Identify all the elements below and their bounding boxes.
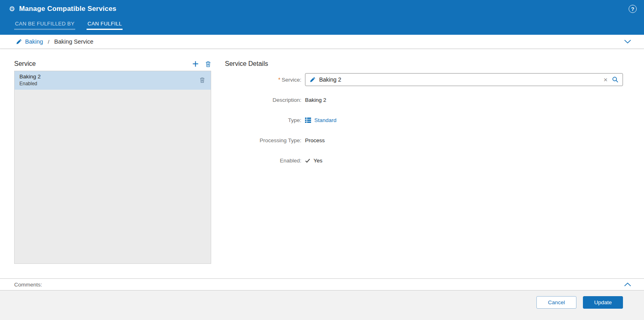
footer-bar: Cancel Update (0, 291, 644, 320)
type-label: Type: (225, 117, 305, 123)
type-value: Standard (305, 117, 337, 123)
main-content: Service + Baking 2 (0, 49, 644, 278)
list-item-baking-2[interactable]: Baking 2 Enabled (15, 71, 211, 90)
required-marker: * (278, 76, 280, 83)
description-label: Description: (225, 97, 305, 103)
breadcrumb-separator: / (46, 39, 51, 45)
type-row: Type: Standard (225, 114, 623, 126)
service-panel-title: Service (14, 60, 36, 67)
help-icon[interactable]: ? (629, 5, 637, 13)
list-item-status: Enabled (19, 81, 41, 86)
chevron-down-icon[interactable] (624, 40, 631, 44)
service-list: Baking 2 Enabled (14, 71, 211, 264)
update-button[interactable]: Update (583, 296, 623, 309)
breadcrumb: Baking / Baking Service (0, 35, 644, 49)
description-value: Baking 2 (305, 97, 326, 103)
description-row: Description: Baking 2 (225, 93, 623, 106)
top-header: ⚙ Manage Compatible Services ? CAN BE FU… (0, 0, 644, 35)
cancel-button[interactable]: Cancel (536, 296, 576, 309)
processing-type-label: Processing Type: (225, 137, 305, 143)
service-field-row: *Service: × (225, 73, 623, 86)
list-item-name: Baking 2 (19, 74, 41, 80)
type-link[interactable]: Standard (314, 117, 337, 123)
title-row: ⚙ Manage Compatible Services ? (9, 0, 644, 18)
breadcrumb-link-baking[interactable]: Baking (25, 38, 43, 45)
enabled-value: Yes (305, 158, 322, 164)
check-icon (305, 158, 310, 163)
service-panel-header: Service + (14, 57, 211, 71)
service-list-panel: Service + Baking 2 (14, 57, 211, 278)
breadcrumb-current: Baking Service (54, 38, 93, 45)
pencil-icon (310, 77, 316, 82)
add-service-icon[interactable]: + (192, 59, 199, 69)
clear-icon[interactable]: × (603, 76, 608, 83)
comments-label: Comments: (14, 282, 42, 288)
processing-type-value: Process (305, 137, 325, 143)
header-tabs: CAN BE FULFILLED BY CAN FULFILL (14, 18, 644, 35)
processing-type-row: Processing Type: Process (225, 134, 623, 147)
page-title: Manage Compatible Services (19, 5, 116, 13)
delete-service-icon[interactable] (205, 61, 211, 67)
service-input[interactable] (319, 76, 599, 83)
enabled-label: Enabled: (225, 158, 305, 164)
delete-item-icon[interactable] (199, 77, 205, 83)
gear-icon: ⚙ (9, 6, 15, 13)
app-window: ⚙ Manage Compatible Services ? CAN BE FU… (0, 0, 644, 320)
tab-can-fulfill[interactable]: CAN FULFILL (87, 18, 123, 30)
enabled-row: Enabled: Yes (225, 154, 623, 167)
service-lookup-field[interactable]: × (305, 73, 623, 86)
comments-bar: Comments: (0, 278, 644, 291)
search-icon[interactable] (612, 76, 619, 83)
enabled-text: Yes (314, 158, 322, 164)
service-details-panel: Service Details *Service: × (225, 57, 623, 278)
chevron-up-icon[interactable] (624, 282, 631, 286)
service-panel-actions: + (192, 59, 211, 69)
service-field-label: *Service: (225, 76, 305, 83)
list-grid-icon (305, 118, 311, 123)
pencil-icon (16, 39, 22, 44)
tab-can-be-fulfilled-by[interactable]: CAN BE FULFILLED BY (14, 18, 75, 30)
list-item-text: Baking 2 Enabled (19, 74, 41, 86)
service-details-title: Service Details (225, 57, 623, 71)
